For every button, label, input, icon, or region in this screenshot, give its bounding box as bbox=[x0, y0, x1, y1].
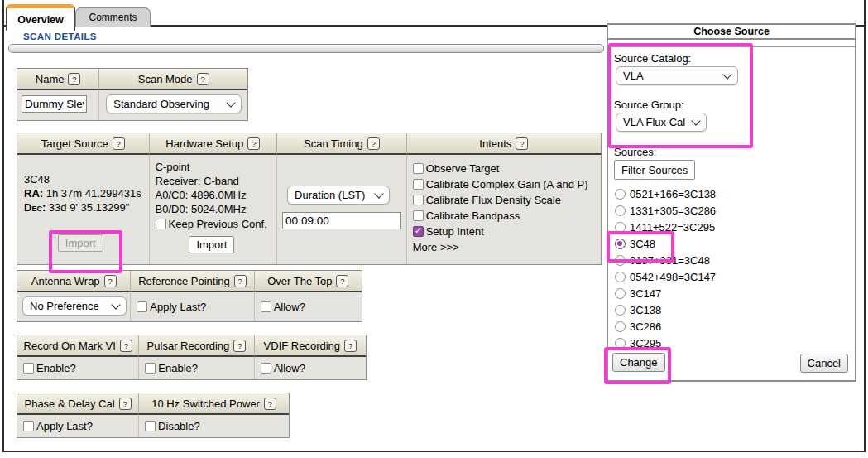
switched-power-checkbox[interactable] bbox=[145, 421, 156, 431]
source-radio[interactable] bbox=[615, 305, 626, 316]
switched-power-header: 10 Hz Switched Power ? bbox=[139, 393, 289, 415]
chevron-down-icon bbox=[374, 189, 383, 198]
intent-setup-checkbox[interactable] bbox=[413, 226, 424, 237]
source-radio[interactable] bbox=[615, 239, 626, 249]
source-radio[interactable] bbox=[615, 205, 626, 216]
source-option[interactable]: 3C295 bbox=[615, 335, 846, 351]
ra-value: 1h 37m 41.299431s bbox=[46, 187, 141, 200]
hardware-setup-cell: C-point Receiver: C-band A0/C0: 4896.0MH… bbox=[150, 155, 278, 264]
help-icon[interactable]: ? bbox=[68, 73, 80, 85]
help-icon[interactable]: ? bbox=[233, 340, 246, 352]
hardware-setup-header-label: Hardware Setup bbox=[165, 137, 243, 150]
intent-observe-target-checkbox[interactable] bbox=[413, 163, 424, 174]
pulsar-recording-checkbox[interactable] bbox=[145, 363, 156, 374]
horizontal-scrollbar[interactable] bbox=[8, 44, 604, 53]
intents-more-link[interactable]: More >>> bbox=[413, 241, 601, 253]
name-scanmode-table: Name ? Scan Mode ? Standard Observing bbox=[17, 68, 248, 121]
help-icon[interactable]: ? bbox=[344, 340, 357, 352]
source-option[interactable]: 1411+522=3C295 bbox=[615, 219, 846, 235]
source-radio[interactable] bbox=[615, 288, 626, 299]
tab-overview[interactable]: Overview bbox=[6, 4, 75, 31]
help-icon[interactable]: ? bbox=[516, 137, 528, 150]
dec-value: 33d 9' 35.13299" bbox=[49, 201, 129, 214]
change-button[interactable]: Change bbox=[612, 353, 665, 372]
keep-previous-conf-checkbox[interactable] bbox=[156, 219, 166, 229]
hardware-setup-name: C-point bbox=[156, 161, 277, 173]
scan-mode-select[interactable]: Standard Observing bbox=[106, 94, 242, 113]
help-icon[interactable]: ? bbox=[119, 398, 132, 410]
target-source-cell: 3C48 RA: 1h 37m 41.299431s Dec: 33d 9' 3… bbox=[17, 155, 150, 264]
dec-label: Dec: bbox=[24, 201, 46, 214]
tab-comments-label: Comments bbox=[89, 12, 137, 23]
help-icon[interactable]: ? bbox=[367, 137, 380, 150]
source-option-label: 3C138 bbox=[630, 304, 661, 316]
source-radio[interactable] bbox=[615, 321, 626, 332]
source-catalog-label: Source Catalog: bbox=[614, 52, 691, 65]
scan-timing-cell: Duration (LST) bbox=[277, 155, 407, 264]
source-radio[interactable] bbox=[615, 272, 626, 282]
reference-pointing-checkbox[interactable] bbox=[137, 301, 147, 312]
intent-complex-gain-checkbox[interactable] bbox=[413, 179, 424, 190]
ra-label: RA: bbox=[24, 187, 43, 200]
source-option[interactable]: 0542+498=3C147 bbox=[615, 268, 846, 285]
source-option[interactable]: 1331+305=3C286 bbox=[615, 202, 846, 219]
name-header: Name ? bbox=[17, 69, 99, 90]
antenna-wrap-header-label: Antenna Wrap bbox=[31, 275, 100, 287]
source-radio[interactable] bbox=[615, 189, 626, 200]
help-icon[interactable]: ? bbox=[234, 275, 247, 287]
choose-source-dialog: Choose Source Source Catalog: VLA Source… bbox=[607, 23, 856, 382]
phase-delay-label: Apply Last? bbox=[36, 420, 93, 432]
source-list: 0521+166=3C138 1331+305=3C286 1411+522=3… bbox=[615, 186, 846, 351]
source-group-select[interactable]: VLA Flux Cal bbox=[616, 113, 707, 132]
source-option-label: 3C295 bbox=[630, 337, 661, 350]
help-icon[interactable]: ? bbox=[247, 137, 260, 150]
source-option[interactable]: 3C138 bbox=[615, 301, 846, 318]
target-source-import-button[interactable]: Import bbox=[58, 234, 103, 252]
phase-delay-checkbox[interactable] bbox=[23, 421, 34, 431]
record-mark-vi-checkbox[interactable] bbox=[23, 363, 34, 374]
scan-timing-header: Scan Timing ? bbox=[277, 133, 407, 155]
reference-pointing-header: Reference Pointing ? bbox=[131, 271, 254, 292]
scan-duration-input[interactable] bbox=[282, 212, 401, 229]
over-the-top-checkbox[interactable] bbox=[261, 301, 271, 312]
scan-mode-header-label: Scan Mode bbox=[138, 73, 193, 85]
chevron-down-icon bbox=[691, 116, 700, 125]
source-option[interactable]: 0521+166=3C138 bbox=[615, 186, 846, 202]
source-option-3c48[interactable]: 3C48 bbox=[615, 235, 846, 252]
dialog-divider bbox=[608, 46, 855, 47]
source-radio[interactable] bbox=[615, 255, 626, 266]
intent-label: Calibrate Complex Gain (A and P) bbox=[426, 178, 588, 190]
help-icon[interactable]: ? bbox=[113, 137, 125, 150]
filter-sources-button[interactable]: Filter Sources bbox=[614, 160, 695, 180]
source-option-label: 0542+498=3C147 bbox=[630, 271, 716, 283]
hardware-setup-import-button[interactable]: Import bbox=[189, 236, 234, 253]
scan-name-input[interactable] bbox=[22, 95, 87, 113]
source-option[interactable]: 0137+331=3C48 bbox=[615, 252, 846, 268]
scan-timing-mode-select[interactable]: Duration (LST) bbox=[287, 186, 390, 205]
antenna-wrap-select[interactable]: No Preference bbox=[22, 296, 127, 316]
reference-pointing-label: Apply Last? bbox=[150, 301, 206, 313]
intent-bandpass-checkbox[interactable] bbox=[413, 210, 424, 221]
antenna-wrap-table: Antenna Wrap ? Reference Pointing ? Over… bbox=[17, 270, 362, 322]
help-icon[interactable]: ? bbox=[264, 398, 276, 410]
help-icon[interactable]: ? bbox=[104, 275, 117, 287]
tab-comments[interactable]: Comments bbox=[75, 7, 151, 27]
hardware-setup-header: Hardware Setup ? bbox=[150, 133, 278, 155]
source-option[interactable]: 3C286 bbox=[615, 318, 846, 335]
scan-details-table: Target Source ? Hardware Setup ? Scan Ti… bbox=[17, 133, 602, 265]
vdif-recording-checkbox[interactable] bbox=[261, 363, 271, 374]
help-icon[interactable]: ? bbox=[197, 73, 209, 85]
source-catalog-select[interactable]: VLA bbox=[616, 66, 738, 85]
cancel-button[interactable]: Cancel bbox=[800, 354, 848, 373]
intent-label: Setup Intent bbox=[426, 225, 484, 238]
source-option[interactable]: 3C147 bbox=[615, 285, 846, 301]
phase-delay-header-label: Phase & Delay Cal bbox=[24, 398, 114, 410]
source-radio[interactable] bbox=[615, 222, 626, 233]
intent-flux-density-checkbox[interactable] bbox=[413, 195, 424, 205]
help-icon[interactable]: ? bbox=[120, 340, 132, 352]
help-icon[interactable]: ? bbox=[336, 275, 348, 287]
record-mark-vi-header-label: Record On Mark VI bbox=[24, 340, 116, 352]
target-source-name: 3C48 bbox=[24, 173, 149, 186]
intents-header-label: Intents bbox=[479, 137, 511, 150]
source-radio[interactable] bbox=[615, 338, 626, 349]
